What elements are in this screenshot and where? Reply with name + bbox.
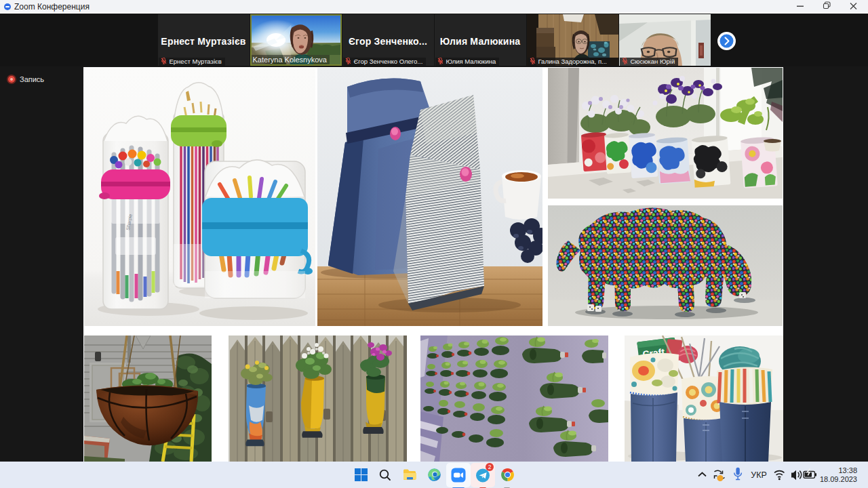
- svg-text:Запись: Запись: [20, 75, 44, 83]
- svg-text:УКР: УКР: [751, 470, 767, 480]
